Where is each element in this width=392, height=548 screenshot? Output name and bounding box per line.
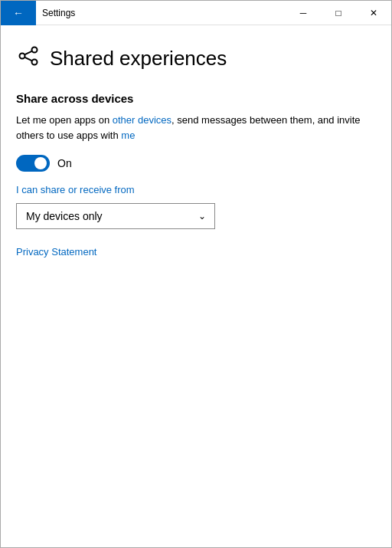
svg-point-2 — [32, 60, 38, 65]
window-title: Settings — [36, 8, 286, 18]
other-devices-link[interactable]: other devices — [113, 114, 172, 126]
svg-point-1 — [32, 48, 38, 53]
minimize-button[interactable]: ─ — [286, 1, 321, 25]
privacy-statement-link[interactable]: Privacy Statement — [16, 246, 97, 258]
section-title: Share across devices — [16, 92, 376, 105]
toggle-label: On — [57, 157, 72, 169]
page-title: Shared experiences — [50, 47, 227, 71]
shared-experiences-icon — [16, 44, 41, 74]
description-text-1: Let me open apps on — [16, 114, 113, 126]
window-controls: ─ □ ✕ — [286, 1, 391, 25]
me-link[interactable]: me — [121, 130, 135, 141]
back-button[interactable]: ← — [1, 1, 36, 25]
back-arrow-icon: ← — [13, 7, 24, 19]
maximize-button[interactable]: □ — [321, 1, 356, 25]
close-button[interactable]: ✕ — [356, 1, 391, 25]
toggle-row: On — [16, 155, 376, 172]
devices-dropdown[interactable]: My devices only Everyone nearby — [16, 203, 215, 229]
main-content: Shared experiences Share across devices … — [1, 25, 391, 547]
settings-window: ← Settings ─ □ ✕ Shared experiences — [0, 0, 392, 548]
devices-dropdown-container: My devices only Everyone nearby ⌄ — [16, 203, 215, 229]
toggle-thumb — [34, 157, 47, 169]
share-toggle[interactable] — [16, 155, 50, 172]
page-header: Shared experiences — [16, 44, 376, 74]
svg-point-0 — [20, 54, 25, 59]
share-from-label: I can share or receive from — [16, 184, 376, 195]
title-bar: ← Settings ─ □ ✕ — [1, 1, 391, 25]
section-description: Let me open apps on other devices, send … — [16, 113, 376, 143]
toggle-track — [16, 155, 50, 172]
svg-line-3 — [25, 51, 32, 54]
svg-line-4 — [25, 57, 32, 61]
